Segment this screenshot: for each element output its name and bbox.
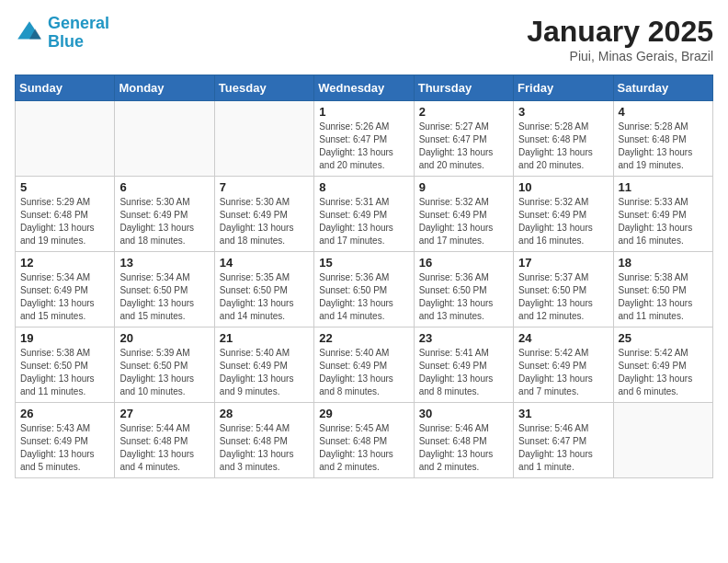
logo-line2: Blue xyxy=(48,32,84,51)
day-number: 31 xyxy=(518,407,608,420)
day-number: 30 xyxy=(419,407,508,420)
day-info: Sunrise: 5:40 AMSunset: 6:49 PMDaylight:… xyxy=(220,347,309,398)
weekday-header-tuesday: Tuesday xyxy=(214,75,313,101)
calendar-cell: 5Sunrise: 5:29 AMSunset: 6:48 PMDaylight… xyxy=(16,177,115,252)
day-number: 10 xyxy=(518,180,608,194)
calendar-cell: 26Sunrise: 5:43 AMSunset: 6:49 PMDayligh… xyxy=(16,403,115,478)
day-number: 25 xyxy=(619,331,708,345)
calendar-cell: 25Sunrise: 5:42 AMSunset: 6:49 PMDayligh… xyxy=(613,327,712,403)
calendar-table: SundayMondayTuesdayWednesdayThursdayFrid… xyxy=(15,75,713,478)
day-info: Sunrise: 5:40 AMSunset: 6:49 PMDaylight:… xyxy=(319,347,408,398)
calendar-cell: 14Sunrise: 5:35 AMSunset: 6:50 PMDayligh… xyxy=(214,252,313,327)
day-number: 2 xyxy=(419,105,508,119)
weekday-header-saturday: Saturday xyxy=(613,75,712,101)
day-info: Sunrise: 5:41 AMSunset: 6:49 PMDaylight:… xyxy=(419,347,508,398)
day-number: 19 xyxy=(20,331,109,345)
week-row-2: 5Sunrise: 5:29 AMSunset: 6:48 PMDaylight… xyxy=(16,177,713,252)
day-info: Sunrise: 5:38 AMSunset: 6:50 PMDaylight:… xyxy=(20,347,109,398)
calendar-cell: 23Sunrise: 5:41 AMSunset: 6:49 PMDayligh… xyxy=(414,327,513,403)
day-info: Sunrise: 5:26 AMSunset: 6:47 PMDaylight:… xyxy=(319,121,408,172)
week-row-4: 19Sunrise: 5:38 AMSunset: 6:50 PMDayligh… xyxy=(16,327,713,403)
weekday-header-row: SundayMondayTuesdayWednesdayThursdayFrid… xyxy=(16,75,713,101)
day-number: 18 xyxy=(619,256,708,270)
week-row-1: 1Sunrise: 5:26 AMSunset: 6:47 PMDaylight… xyxy=(16,101,713,177)
weekday-header-thursday: Thursday xyxy=(414,75,513,101)
logo: General Blue xyxy=(15,15,109,52)
day-info: Sunrise: 5:32 AMSunset: 6:49 PMDaylight:… xyxy=(518,196,608,247)
calendar-cell: 16Sunrise: 5:36 AMSunset: 6:50 PMDayligh… xyxy=(414,252,513,327)
day-number: 24 xyxy=(518,331,608,345)
day-number: 1 xyxy=(319,105,408,119)
day-info: Sunrise: 5:29 AMSunset: 6:48 PMDaylight:… xyxy=(20,196,109,247)
calendar-cell: 21Sunrise: 5:40 AMSunset: 6:49 PMDayligh… xyxy=(214,327,313,403)
day-number: 28 xyxy=(220,407,309,420)
day-info: Sunrise: 5:34 AMSunset: 6:50 PMDaylight:… xyxy=(119,271,209,323)
calendar-cell: 1Sunrise: 5:26 AMSunset: 6:47 PMDaylight… xyxy=(314,101,414,177)
day-info: Sunrise: 5:45 AMSunset: 6:48 PMDaylight:… xyxy=(319,422,408,474)
day-number: 7 xyxy=(220,180,309,194)
calendar-cell: 28Sunrise: 5:44 AMSunset: 6:48 PMDayligh… xyxy=(214,403,313,478)
calendar-cell: 17Sunrise: 5:37 AMSunset: 6:50 PMDayligh… xyxy=(514,252,613,327)
calendar-cell: 10Sunrise: 5:32 AMSunset: 6:49 PMDayligh… xyxy=(514,177,613,252)
day-info: Sunrise: 5:42 AMSunset: 6:49 PMDaylight:… xyxy=(619,347,708,398)
calendar-cell: 12Sunrise: 5:34 AMSunset: 6:49 PMDayligh… xyxy=(16,252,115,327)
day-info: Sunrise: 5:28 AMSunset: 6:48 PMDaylight:… xyxy=(518,121,608,172)
day-info: Sunrise: 5:31 AMSunset: 6:49 PMDaylight:… xyxy=(319,196,408,247)
day-info: Sunrise: 5:42 AMSunset: 6:49 PMDaylight:… xyxy=(518,347,608,398)
day-number: 4 xyxy=(619,105,708,119)
calendar-cell: 13Sunrise: 5:34 AMSunset: 6:50 PMDayligh… xyxy=(115,252,214,327)
day-info: Sunrise: 5:38 AMSunset: 6:50 PMDaylight:… xyxy=(619,271,708,323)
calendar-cell: 22Sunrise: 5:40 AMSunset: 6:49 PMDayligh… xyxy=(314,327,414,403)
month-title: January 2025 xyxy=(527,15,713,49)
day-info: Sunrise: 5:36 AMSunset: 6:50 PMDaylight:… xyxy=(319,271,408,323)
weekday-header-wednesday: Wednesday xyxy=(314,75,414,101)
calendar-cell: 30Sunrise: 5:46 AMSunset: 6:48 PMDayligh… xyxy=(414,403,513,478)
day-number: 9 xyxy=(419,180,508,194)
day-info: Sunrise: 5:30 AMSunset: 6:49 PMDaylight:… xyxy=(220,196,309,247)
location: Piui, Minas Gerais, Brazil xyxy=(527,49,713,63)
calendar-cell: 15Sunrise: 5:36 AMSunset: 6:50 PMDayligh… xyxy=(314,252,414,327)
day-number: 11 xyxy=(619,180,708,194)
calendar-cell: 27Sunrise: 5:44 AMSunset: 6:48 PMDayligh… xyxy=(115,403,214,478)
week-row-3: 12Sunrise: 5:34 AMSunset: 6:49 PMDayligh… xyxy=(16,252,713,327)
day-number: 29 xyxy=(319,407,408,420)
calendar-cell: 2Sunrise: 5:27 AMSunset: 6:47 PMDaylight… xyxy=(414,101,513,177)
weekday-header-sunday: Sunday xyxy=(16,75,115,101)
day-info: Sunrise: 5:35 AMSunset: 6:50 PMDaylight:… xyxy=(220,271,309,323)
day-number: 13 xyxy=(119,256,209,270)
weekday-header-friday: Friday xyxy=(514,75,613,101)
calendar-cell: 11Sunrise: 5:33 AMSunset: 6:49 PMDayligh… xyxy=(613,177,712,252)
logo-icon xyxy=(15,18,44,48)
calendar-cell: 9Sunrise: 5:32 AMSunset: 6:49 PMDaylight… xyxy=(414,177,513,252)
day-number: 6 xyxy=(119,180,209,194)
calendar-cell: 4Sunrise: 5:28 AMSunset: 6:48 PMDaylight… xyxy=(613,101,712,177)
calendar-cell: 29Sunrise: 5:45 AMSunset: 6:48 PMDayligh… xyxy=(314,403,414,478)
day-number: 20 xyxy=(119,331,209,345)
logo-line1: General xyxy=(48,14,109,32)
day-info: Sunrise: 5:32 AMSunset: 6:49 PMDaylight:… xyxy=(419,196,508,247)
logo-text: General Blue xyxy=(48,15,109,52)
calendar-cell xyxy=(613,403,712,478)
calendar-cell: 18Sunrise: 5:38 AMSunset: 6:50 PMDayligh… xyxy=(613,252,712,327)
day-number: 26 xyxy=(20,407,109,420)
day-info: Sunrise: 5:44 AMSunset: 6:48 PMDaylight:… xyxy=(119,422,209,474)
day-number: 8 xyxy=(319,180,408,194)
day-number: 17 xyxy=(518,256,608,270)
calendar-cell: 7Sunrise: 5:30 AMSunset: 6:49 PMDaylight… xyxy=(214,177,313,252)
calendar-cell: 3Sunrise: 5:28 AMSunset: 6:48 PMDaylight… xyxy=(514,101,613,177)
calendar-cell: 24Sunrise: 5:42 AMSunset: 6:49 PMDayligh… xyxy=(514,327,613,403)
day-info: Sunrise: 5:30 AMSunset: 6:49 PMDaylight:… xyxy=(119,196,209,247)
calendar-cell: 8Sunrise: 5:31 AMSunset: 6:49 PMDaylight… xyxy=(314,177,414,252)
day-number: 5 xyxy=(20,180,109,194)
page-header: General Blue January 2025 Piui, Minas Ge… xyxy=(15,15,713,63)
title-block: January 2025 Piui, Minas Gerais, Brazil xyxy=(527,15,713,63)
day-number: 15 xyxy=(319,256,408,270)
day-number: 16 xyxy=(419,256,508,270)
day-info: Sunrise: 5:46 AMSunset: 6:48 PMDaylight:… xyxy=(419,422,508,474)
day-info: Sunrise: 5:28 AMSunset: 6:48 PMDaylight:… xyxy=(619,121,708,172)
day-info: Sunrise: 5:34 AMSunset: 6:49 PMDaylight:… xyxy=(20,271,109,323)
day-number: 21 xyxy=(220,331,309,345)
weekday-header-monday: Monday xyxy=(115,75,214,101)
day-info: Sunrise: 5:46 AMSunset: 6:47 PMDaylight:… xyxy=(518,422,608,474)
day-info: Sunrise: 5:27 AMSunset: 6:47 PMDaylight:… xyxy=(419,121,508,172)
